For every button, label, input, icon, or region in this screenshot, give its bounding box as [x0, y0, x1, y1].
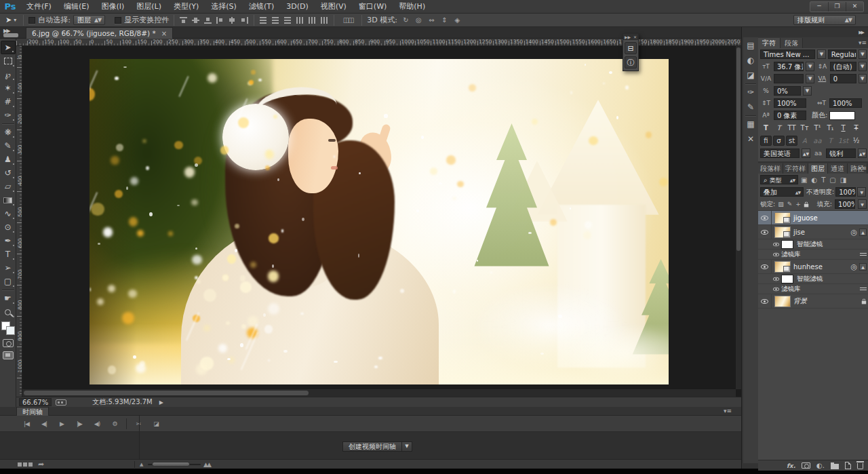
smart-filter-label[interactable]: 滤镜库	[781, 285, 801, 294]
next-frame-button[interactable]: |▶	[71, 418, 88, 430]
canvas-area[interactable]	[22, 46, 736, 397]
smart-filter-badge-icon[interactable]: ◎	[850, 262, 857, 271]
menu-4[interactable]: 图层(L)	[130, 0, 167, 14]
opacity-dropdown-icon[interactable]: ▼	[857, 187, 866, 197]
quick-mask-button[interactable]	[3, 339, 14, 347]
close-button[interactable]: ✕	[846, 2, 863, 12]
history-panel-icon[interactable]: ▤	[744, 39, 757, 52]
fill-field[interactable]: 100%	[835, 199, 855, 209]
tab-character-styles[interactable]: 字符样	[783, 163, 808, 174]
magic-wand-tool[interactable]: ✶	[1, 81, 16, 95]
zoom-tool[interactable]	[1, 305, 16, 319]
collapse-filters-icon[interactable]: ▲	[859, 263, 867, 271]
new-layer-icon[interactable]	[845, 462, 851, 469]
swash-button[interactable]: A	[799, 136, 810, 146]
filter-kind-1-icon[interactable]: ◐	[811, 176, 817, 184]
text-color-swatch[interactable]	[829, 111, 855, 120]
anti-alias-dropdown-icon[interactable]: ▲▼	[858, 149, 867, 158]
minimize-button[interactable]: ─	[810, 2, 828, 12]
brush-panel-icon[interactable]: ✑	[744, 85, 757, 99]
smart-filter-label[interactable]: 智能滤镜	[797, 240, 823, 249]
layer-thumbnail[interactable]	[774, 226, 791, 238]
smart-filter-row[interactable]: 滤镜库	[758, 250, 868, 260]
layer-name[interactable]: jiguose	[793, 214, 818, 222]
timeline-settings-button[interactable]: ⚙	[106, 418, 123, 430]
layer-name[interactable]: jise	[793, 229, 805, 236]
timeline-zoom-thumb[interactable]	[152, 462, 190, 467]
3d-drag-icon[interactable]: ⇔	[426, 15, 437, 25]
fill-dropdown-icon[interactable]: ▼	[858, 199, 867, 209]
faux-bold-button[interactable]: T	[760, 123, 772, 133]
filter-kind-3-icon[interactable]: ▢	[829, 176, 835, 184]
layer-row-jiguose[interactable]: jiguose	[758, 211, 868, 225]
vertical-scrollbar[interactable]	[736, 46, 741, 389]
menu-2[interactable]: 编辑(E)	[58, 0, 96, 14]
create-timeline-dropdown-icon[interactable]: ▼	[402, 441, 412, 452]
smart-filter-label[interactable]: 智能滤镜	[797, 275, 823, 283]
panel-menu-icon[interactable]: ▾≡	[859, 39, 867, 46]
brush-presets-panel-icon[interactable]: ✎	[744, 100, 757, 114]
create-video-timeline-button[interactable]: 创建视频时间轴	[342, 441, 402, 452]
go-first-frame-button[interactable]: |◀	[18, 418, 35, 430]
smart-filter-row[interactable]: 智能滤镜	[758, 239, 868, 250]
zoom-level-field[interactable]: 66.67%	[19, 398, 52, 406]
language-dropdown-icon[interactable]: ▲▼	[802, 149, 810, 158]
tab-channels[interactable]: 通道	[828, 163, 848, 174]
lock-kind-1-icon[interactable]: ✎	[787, 201, 793, 208]
3d-roll-icon[interactable]: ◎	[413, 15, 425, 25]
layer-filter-dropdown[interactable]: ⌕ 类型 ▲▼	[760, 175, 798, 184]
layer-row-jise[interactable]: jise◎▲	[758, 225, 868, 239]
gradient-tool[interactable]	[1, 193, 16, 207]
leading-dropdown-icon[interactable]: ▼	[859, 62, 867, 71]
document-tab[interactable]: 6.jpg @ 66.7% (jiguose, RGB/8#) * ×	[26, 27, 173, 39]
menu-3[interactable]: 图像(I)	[95, 0, 130, 14]
menu-5[interactable]: 类型(Y)	[167, 0, 205, 14]
status-menu-arrow-icon[interactable]: ▶	[159, 399, 163, 406]
contextual-alternates-button[interactable]: σ	[773, 136, 785, 146]
eyedropper-tool[interactable]: ✑	[1, 108, 16, 122]
tab-close-icon[interactable]: ×	[161, 30, 167, 37]
visibility-eye-icon[interactable]	[773, 287, 779, 291]
move-tool-badge[interactable]: ➤ ▾	[3, 16, 18, 24]
adjustment-layer-icon[interactable]: ◐.	[816, 462, 825, 469]
font-family-field[interactable]: Times New ...	[760, 50, 815, 59]
split-clip-button[interactable]: ✂	[130, 418, 147, 430]
delete-layer-icon[interactable]	[857, 463, 863, 469]
align-c-icon[interactable]	[228, 16, 237, 24]
path-select-tool[interactable]: ➢	[1, 261, 16, 275]
filter-blend-options-icon[interactable]	[860, 252, 867, 257]
font-style-field[interactable]: Regular	[828, 50, 856, 59]
photo-document[interactable]	[90, 59, 669, 384]
filter-mask-thumbnail[interactable]	[781, 240, 793, 249]
leading-field[interactable]: (自动)	[830, 62, 856, 71]
layer-name[interactable]: hunhese	[793, 263, 823, 271]
background-color-swatch[interactable]	[6, 326, 15, 335]
tab-character[interactable]: 字符	[758, 38, 781, 48]
distribute-dh-4-icon[interactable]	[308, 16, 317, 24]
layer-effects-icon[interactable]: fx.	[787, 462, 795, 469]
auto-select-checkbox[interactable]	[28, 17, 35, 24]
language-field[interactable]: 美国英语	[760, 149, 800, 158]
layer-row-背景[interactable]: 背景	[758, 294, 868, 309]
lock-kind-2-icon[interactable]: +	[795, 201, 801, 208]
align-b-icon[interactable]	[203, 16, 212, 24]
layout-rules-dropdown[interactable]: 排版规则 ▲▼	[793, 15, 856, 25]
subscript-button[interactable]: T₁	[825, 123, 836, 133]
add-mask-icon[interactable]	[802, 462, 810, 469]
swatches-panel-icon[interactable]: ▦	[744, 117, 757, 131]
tab-paragraph[interactable]: 段落	[781, 38, 803, 48]
smart-filter-badge-icon[interactable]: ◎	[850, 228, 857, 237]
zoom-in-large-icon[interactable]: ▲▲	[203, 461, 210, 468]
timeline-tab[interactable]: 时间轴	[16, 407, 49, 416]
proportion-field[interactable]: 0%	[774, 86, 801, 96]
render-video-icon[interactable]: ➦	[38, 460, 44, 469]
visibility-eye-icon[interactable]	[761, 299, 768, 304]
align-l-icon[interactable]	[216, 16, 224, 24]
auto-align-layers-button[interactable]: ◫◫	[339, 15, 357, 25]
align-r-icon[interactable]	[240, 16, 249, 24]
font-size-dropdown-icon[interactable]: ▼	[806, 62, 814, 71]
menu-11[interactable]: 帮助(H)	[393, 0, 431, 14]
smart-filter-row[interactable]: 滤镜库	[758, 284, 868, 294]
visibility-eye-icon[interactable]	[773, 252, 779, 256]
collapse-dock-icon[interactable]: ▶▶	[859, 30, 863, 35]
